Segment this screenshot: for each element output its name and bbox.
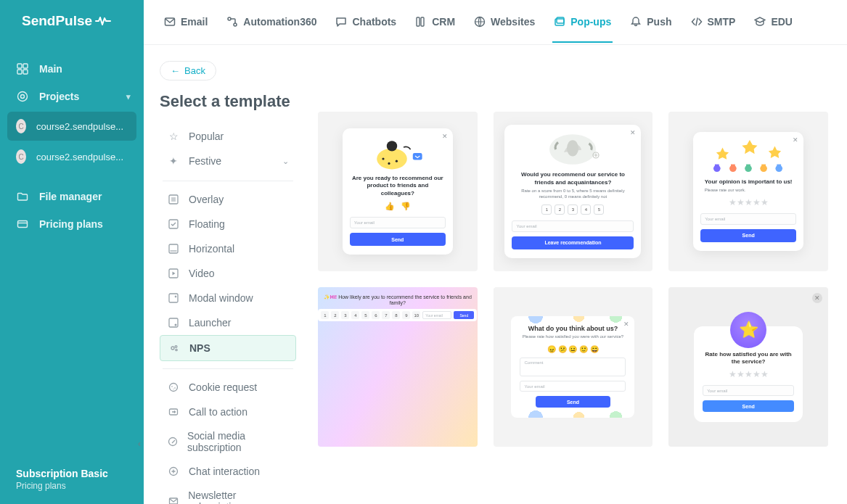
modal-icon — [167, 292, 180, 305]
svg-rect-19 — [169, 244, 178, 253]
svg-rect-52 — [746, 165, 750, 168]
svg-rect-17 — [171, 197, 176, 202]
category-horizontal[interactable]: Horizontal — [160, 236, 296, 261]
svg-rect-39 — [388, 143, 396, 144]
sidebar-item-label: course2.sendpulse... — [36, 152, 123, 162]
topnav-email[interactable]: Email — [163, 1, 209, 43]
template-card-2[interactable]: ✕ Would you recommend our service to fri… — [494, 112, 653, 271]
folder-icon — [16, 190, 29, 203]
topnav-popups[interactable]: Pop-ups — [552, 1, 613, 43]
topnav-smtp[interactable]: SMTP — [690, 1, 737, 43]
category-launcher[interactable]: Launcher — [160, 310, 296, 335]
category-cookie[interactable]: Cookie request — [160, 375, 296, 400]
svg-rect-0 — [17, 64, 22, 68]
popup-headline: Your opinion is important to us! — [705, 178, 793, 186]
template-card-4[interactable]: ✨Hi! How likely are you to recommend the… — [318, 287, 478, 447]
newsletter-icon — [167, 495, 179, 504]
horizontal-icon — [167, 242, 180, 255]
edu-icon — [754, 16, 766, 28]
thumbs-row: 👍👎 — [385, 202, 411, 211]
close-icon: ✕ — [442, 133, 448, 140]
email-field: Your email — [703, 385, 794, 396]
thumbs-down-icon: 👎 — [401, 202, 411, 211]
category-nps[interactable]: NPS — [160, 335, 296, 361]
code-icon — [691, 16, 703, 28]
topnav-edu[interactable]: EDU — [753, 1, 794, 43]
globe-icon — [474, 16, 486, 28]
sidebar-item-label: course2.sendpulse... — [36, 121, 123, 132]
category-popular[interactable]: ☆Popular — [160, 124, 296, 149]
mail-icon — [164, 16, 176, 28]
svg-point-5 — [21, 95, 25, 99]
page-title: Select a template — [160, 92, 296, 111]
close-icon: ✕ — [793, 136, 798, 144]
topnav-automation[interactable]: Automation360 — [225, 1, 318, 43]
divider — [163, 368, 293, 369]
svg-point-10 — [234, 23, 237, 26]
template-card-1[interactable]: ✕ Are you ready to recommend our product… — [318, 112, 478, 271]
sidebar-footer[interactable]: Subscription Basic Pricing plans — [0, 456, 144, 504]
svg-point-27 — [176, 349, 177, 350]
svg-rect-48 — [715, 165, 719, 168]
close-icon: ✕ — [812, 293, 822, 303]
category-video[interactable]: Video — [160, 261, 296, 286]
topnav-chatbots[interactable]: Chatbots — [334, 1, 398, 43]
template-grid-wrap: ✕ Are you ready to recommend our product… — [303, 45, 847, 504]
sidebar-item-main[interactable]: Main — [0, 55, 144, 83]
sidebar-item-pricing[interactable]: Pricing plans — [0, 210, 144, 238]
sidebar-project-1[interactable]: C course2.sendpulse... — [7, 112, 136, 141]
send-button: Send — [454, 311, 474, 319]
svg-point-45 — [567, 141, 578, 157]
category-newsletter[interactable]: Newsletter subscription — [160, 484, 296, 504]
category-modal[interactable]: Modal window — [160, 286, 296, 310]
email-field: Your email — [512, 220, 634, 232]
popup-headline: What do you think about us? — [520, 325, 626, 332]
svg-rect-50 — [731, 165, 735, 168]
sidebar-item-projects[interactable]: Projects ▾ — [0, 83, 144, 110]
category-overlay[interactable]: Overlay — [160, 187, 296, 212]
template-card-5[interactable]: ✕ What do you think about us? Please rat… — [494, 287, 653, 447]
category-social[interactable]: Social media subscription — [160, 424, 296, 459]
sidebar-item-file-manager[interactable]: File manager — [0, 183, 144, 210]
popup-sub: Please rate our work. — [705, 188, 793, 194]
topnav-crm[interactable]: CRM — [414, 1, 457, 43]
video-icon — [167, 267, 180, 280]
thumbs-up-icon: 👍 — [385, 202, 395, 211]
grid-icon — [16, 62, 29, 75]
category-floating[interactable]: Floating — [160, 212, 296, 236]
brand-logo[interactable]: SendPulse — [0, 0, 144, 42]
illustration — [350, 136, 446, 170]
sidebar-item-label: Pricing plans — [39, 218, 103, 230]
svg-point-30 — [174, 387, 176, 389]
nps-icon — [168, 342, 181, 355]
email-field: Your email — [422, 311, 451, 319]
popup-sub: Rate on a score from 0 to 5, where 5 mea… — [512, 189, 634, 200]
automation-icon — [226, 16, 238, 28]
sidebar-collapse[interactable]: ‹ — [134, 429, 144, 458]
svg-point-28 — [170, 384, 178, 392]
template-card-3[interactable]: ✕ Your opinion is important to us! Pleas… — [668, 112, 828, 271]
topnav-push[interactable]: Push — [629, 1, 673, 43]
chat-icon — [335, 16, 347, 28]
sidebar-item-label: Projects — [39, 91, 79, 102]
svg-rect-15 — [557, 17, 564, 23]
back-button[interactable]: ← Back — [160, 61, 216, 80]
svg-point-24 — [175, 324, 177, 326]
category-cta[interactable]: Call to action — [160, 400, 296, 424]
template-card-6[interactable]: ✕ ⭐ Rate how satisfied you are with the … — [668, 287, 828, 447]
card-icon — [16, 218, 29, 231]
send-button: Send — [700, 229, 796, 242]
pulse-icon — [95, 16, 111, 26]
email-field: Your email — [520, 381, 626, 392]
sidebar-project-2[interactable]: C course2.sendpulse... — [7, 142, 136, 171]
popup-headline: Rate how satisfied you are with the serv… — [703, 351, 794, 366]
svg-point-41 — [382, 157, 384, 160]
category-festive[interactable]: ✦Festive⌄ — [160, 149, 296, 173]
email-field: Your email — [700, 213, 796, 225]
send-button: Send — [703, 400, 794, 412]
svg-point-26 — [175, 346, 177, 348]
svg-point-31 — [173, 389, 173, 389]
topnav-websites[interactable]: Websites — [472, 1, 536, 43]
subscription-link: Pricing plans — [16, 481, 128, 491]
category-chat[interactable]: Chat interaction — [160, 459, 296, 484]
